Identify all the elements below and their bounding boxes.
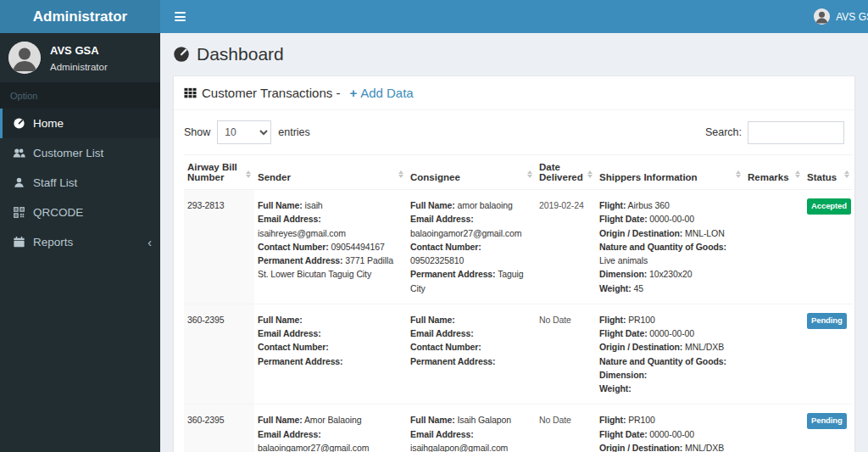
sidebar-item-label: Home <box>33 117 64 130</box>
panel-title: Customer Transactions - <box>202 86 340 100</box>
status-badge: Pending <box>807 413 847 429</box>
dashboard-icon <box>13 117 25 130</box>
col-header-date-delivered[interactable]: Date Delivered <box>536 155 596 190</box>
sidebar-item-reports[interactable]: Reports <box>0 227 160 257</box>
users-icon <box>13 147 25 159</box>
field-label: Email Address: <box>258 328 321 338</box>
sidebar-item-customer-list[interactable]: Customer List <box>0 138 160 168</box>
sidebar-item-qrcode[interactable]: QRCODE <box>0 198 160 227</box>
date-delivered-cell: No Date <box>536 304 596 405</box>
sidebar-user-panel: AVS GSA Administrator <box>0 33 160 82</box>
field-label: Permanent Address: <box>258 255 343 265</box>
user-avatar-icon <box>814 8 830 25</box>
sidebar-user-role: Administrator <box>50 62 108 72</box>
remarks-cell <box>744 405 804 452</box>
date-delivered-cell: No Date <box>536 405 596 452</box>
field-line: Flight Date: 0000-00-00 <box>599 326 741 340</box>
app-logo-title: Administrator <box>33 8 127 25</box>
table-controls: Show 10 entries Search: <box>184 120 844 144</box>
chevron-left-icon <box>147 237 152 248</box>
field-line: Origin / Destination: MNL/DXB <box>599 441 741 452</box>
navbar-user-menu[interactable]: AVS GSA <box>814 0 868 33</box>
table-row: 360-2395Full Name: Amor BalaoingEmail Ad… <box>184 405 853 452</box>
panel-body: Show 10 entries Search: Airway Bill Numb… <box>174 110 854 452</box>
plus-icon <box>349 86 357 99</box>
field-label: Contact Number: <box>258 242 329 252</box>
entries-label: entries <box>278 126 310 138</box>
table-row: 360-2395Full Name:Email Address:Contact … <box>184 304 853 405</box>
field-label: Full Name: <box>410 200 455 210</box>
field-label: Flight: <box>599 315 626 325</box>
col-header-shippers-information[interactable]: Shippers Information <box>596 155 744 190</box>
sidebar-toggle-button[interactable] <box>160 0 199 33</box>
user-icon <box>13 176 25 189</box>
field-label: Email Address: <box>258 214 321 224</box>
col-header-sender[interactable]: Sender <box>254 155 407 190</box>
field-label: Nature and Quantity of Goods: <box>599 356 726 366</box>
col-header-consignee[interactable]: Consignee <box>407 155 536 190</box>
sidebar: AVS GSA Administrator Option Home Custom… <box>0 33 160 452</box>
field-label: Dimension: <box>599 269 647 279</box>
field-line: Full Name: Amor Balaoing <box>258 413 403 427</box>
field-label: Email Address: <box>410 429 474 439</box>
sidebar-menu: Home Customer List Staff List QRCODE Rep… <box>0 109 160 257</box>
table-row: 293-2813Full Name: isaihEmail Address: i… <box>184 190 853 304</box>
sidebar-item-home[interactable]: Home <box>0 109 160 138</box>
search-input[interactable] <box>748 121 844 144</box>
shippers-information-cell: Flight: Airbus 360Flight Date: 0000-00-0… <box>596 190 744 304</box>
field-label: Contact Number: <box>410 342 481 352</box>
app-logo[interactable]: Administrator <box>0 0 160 33</box>
field-line: Permanent Address: 3771 Padilla St. Lowe… <box>258 254 403 282</box>
field-line: Origin / Destination: MNL-LON <box>599 226 741 240</box>
status-cell: Pending <box>804 405 853 452</box>
sidebar-section-label: Option <box>0 82 160 109</box>
field-label: Full Name: <box>410 315 455 325</box>
field-label: Flight Date: <box>599 214 648 224</box>
transactions-tbody: 293-2813Full Name: isaihEmail Address: i… <box>184 190 853 452</box>
sidebar-item-label: Customer List <box>33 147 103 159</box>
page-size-select[interactable]: 10 <box>217 120 271 144</box>
field-label: Full Name: <box>410 415 455 425</box>
field-label: Email Address: <box>258 429 321 439</box>
col-header-remarks[interactable]: Remarks <box>744 155 804 190</box>
field-label: Email Address: <box>410 214 474 224</box>
user-avatar-icon <box>8 42 41 74</box>
status-badge: Pending <box>807 313 847 329</box>
field-label: Origin / Destination: <box>599 342 682 352</box>
add-data-link[interactable]: Add Data <box>349 86 413 100</box>
sidebar-item-staff-list[interactable]: Staff List <box>0 168 160 198</box>
col-header-status[interactable]: Status <box>804 155 853 190</box>
airway-bill-cell: 360-2395 <box>184 405 254 452</box>
remarks-cell <box>744 190 804 304</box>
field-line: Origin / Destination: MNL/DXB <box>599 340 741 354</box>
field-line: Permanent Address: <box>410 354 532 368</box>
field-label: Flight Date: <box>599 328 648 338</box>
sort-icon <box>246 168 251 183</box>
page-title: Dashboard <box>197 44 284 64</box>
field-label: Full Name: <box>258 415 303 425</box>
consignee-cell: Full Name: amor balaoingEmail Address: b… <box>407 190 536 304</box>
field-line: Weight: <box>599 382 741 395</box>
field-label: Contact Number: <box>410 242 481 252</box>
field-label: Flight: <box>599 200 626 210</box>
status-cell: Accepted <box>804 190 853 304</box>
field-label: Permanent Address: <box>258 356 343 366</box>
page-length-control: Show 10 entries <box>184 120 310 144</box>
field-label: Flight: <box>599 415 626 425</box>
col-header-airway-bill-number[interactable]: Airway Bill Number <box>184 155 254 190</box>
main-content: Dashboard Customer Transactions - Add Da… <box>160 33 868 452</box>
field-line: Contact Number: <box>258 340 403 354</box>
sort-icon <box>398 168 403 183</box>
sort-icon <box>587 168 593 183</box>
add-data-label: Add Data <box>360 86 414 100</box>
field-line: Flight Date: 0000-00-00 <box>599 427 741 441</box>
status-cell: Pending <box>804 304 853 405</box>
field-line: Permanent Address: <box>258 354 403 368</box>
field-label: Email Address: <box>410 328 474 338</box>
status-badge: Accepted <box>807 198 851 215</box>
field-label: Permanent Address: <box>410 356 496 366</box>
field-line: Flight: PR100 <box>599 313 741 326</box>
sort-icon <box>844 168 849 183</box>
field-line: Full Name: <box>410 313 532 326</box>
sender-cell: Full Name: Amor BalaoingEmail Address: b… <box>254 405 407 452</box>
